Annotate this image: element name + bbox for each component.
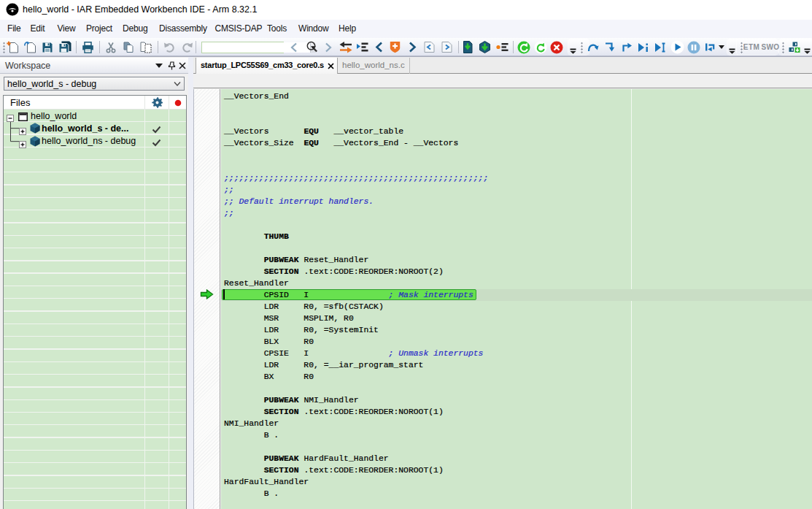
restart-debugger-button[interactable] bbox=[533, 39, 549, 55]
find-button[interactable] bbox=[303, 39, 320, 55]
toolbar-overflow-button[interactable] bbox=[801, 47, 812, 55]
next-statement-button[interactable] bbox=[635, 39, 651, 55]
download-and-debug-button[interactable] bbox=[460, 39, 476, 55]
step-into-button[interactable] bbox=[602, 39, 618, 55]
step-over-button[interactable] bbox=[585, 39, 601, 55]
navigate-backward-icon bbox=[375, 42, 383, 53]
next-document-button[interactable] bbox=[438, 39, 455, 55]
menu-edit[interactable]: Edit bbox=[31, 23, 45, 34]
menu-project[interactable]: Project bbox=[86, 23, 112, 34]
workspace-window-menu-button[interactable] bbox=[153, 60, 165, 72]
new-document-button[interactable] bbox=[4, 39, 20, 55]
tree-node-label[interactable]: hello_world bbox=[31, 111, 77, 121]
go-to-function-button[interactable] bbox=[354, 39, 370, 55]
navigate-backward-button[interactable] bbox=[371, 39, 387, 55]
open-document-button[interactable] bbox=[22, 39, 38, 55]
workspace-panel-header[interactable]: Workspace bbox=[0, 58, 188, 74]
tab-label[interactable]: hello_world_ns.c bbox=[342, 61, 405, 69]
toolbar-grip[interactable] bbox=[782, 42, 784, 53]
code-text-segment: .text:CODE:REORDER:NOROOT(1) bbox=[299, 466, 444, 475]
code-line: LDR R0, =SystemInit bbox=[224, 324, 488, 336]
menu-view[interactable]: View bbox=[58, 23, 76, 34]
code-line: ;; Default interrupt handlers. bbox=[224, 196, 488, 207]
editor-tab[interactable]: hello_world_ns.c bbox=[338, 58, 410, 74]
restart-debugger-icon bbox=[534, 41, 547, 54]
reset-button[interactable] bbox=[516, 39, 532, 55]
code-keyword: PUBWEAK bbox=[264, 396, 299, 405]
find-icon bbox=[306, 41, 318, 53]
run-to-cursor-button[interactable] bbox=[652, 39, 668, 55]
menu-bar: FileEditViewProjectDebugDisassemblyCMSIS… bbox=[0, 20, 812, 38]
download-to-flash-button[interactable] bbox=[476, 39, 492, 55]
files-tree-grid bbox=[4, 110, 186, 509]
code-line bbox=[224, 114, 488, 126]
menu-debug[interactable]: Debug bbox=[123, 23, 147, 34]
workspace-close-button[interactable] bbox=[177, 60, 188, 72]
code-line: SECTION .text:CODE:REORDER:NOROOT(2) bbox=[224, 266, 488, 278]
break-button[interactable] bbox=[686, 39, 702, 55]
save-icon bbox=[42, 42, 53, 53]
find-previous-button[interactable] bbox=[286, 39, 302, 55]
code-comment: ; Mask interrupts bbox=[389, 291, 473, 299]
navigate-forward-icon bbox=[409, 42, 417, 53]
previous-document-button[interactable] bbox=[421, 39, 437, 55]
tab-label[interactable]: startup_LPC55S69_cm33_core0.s bbox=[201, 61, 324, 69]
menu-file[interactable]: File bbox=[7, 23, 21, 34]
multicore-download-button[interactable] bbox=[786, 39, 803, 55]
trustzone-shield-icon bbox=[390, 41, 401, 53]
undo-button[interactable] bbox=[161, 39, 177, 55]
tree-node-label[interactable]: hello_world_s - de... bbox=[42, 123, 128, 134]
column-divider bbox=[144, 96, 145, 509]
toolbar-overflow-button[interactable] bbox=[726, 47, 738, 55]
iar-logo-icon bbox=[6, 3, 19, 16]
tree-node-label[interactable]: hello_world_ns - debug bbox=[42, 136, 136, 146]
menu-cmsis-dap[interactable]: CMSIS-DAP bbox=[215, 23, 263, 34]
go-button[interactable] bbox=[669, 39, 685, 55]
expander-plus-icon[interactable] bbox=[19, 138, 26, 151]
paste-button[interactable] bbox=[138, 39, 154, 55]
code-comment: ;;;;;;;;;;;;;;;;;;;;;;;;;;;;;;;;;;;;;;;;… bbox=[224, 174, 488, 183]
panel-splitter[interactable] bbox=[188, 56, 193, 509]
etm-trace-button[interactable]: ETM bbox=[742, 40, 761, 54]
menu-window[interactable]: Window bbox=[298, 23, 328, 34]
redo-button[interactable] bbox=[179, 39, 195, 55]
code-keyword: EQU bbox=[303, 127, 319, 136]
workspace-pin-button[interactable] bbox=[166, 60, 177, 72]
code-line: B . bbox=[224, 488, 488, 500]
stop-build-button[interactable] bbox=[549, 39, 565, 55]
save-button[interactable] bbox=[39, 39, 55, 55]
tree-row[interactable]: hello_world bbox=[4, 110, 186, 122]
files-column-header: Files bbox=[10, 97, 30, 108]
save-all-button[interactable] bbox=[57, 39, 73, 55]
breakpoints-column-header[interactable] bbox=[169, 96, 186, 110]
step-out-icon bbox=[622, 42, 633, 53]
copy-icon bbox=[123, 42, 134, 53]
editor-tab[interactable]: startup_LPC55S69_cm33_core0.s bbox=[196, 58, 338, 74]
swo-trace-button[interactable]: SWO bbox=[761, 40, 780, 54]
workspace-config-selector[interactable]: hello_world_s - debug bbox=[4, 77, 185, 91]
code-line: Reset_Handler bbox=[224, 278, 488, 289]
code-editor[interactable]: __Vectors_End__Vectors EQU __vector_tabl… bbox=[221, 89, 812, 509]
go-to-function-icon bbox=[356, 42, 368, 53]
menu-tools[interactable]: Tools bbox=[267, 23, 287, 34]
code-keyword: PUBWEAK bbox=[264, 454, 299, 463]
toolbar-overflow-button[interactable] bbox=[567, 47, 579, 55]
breakpoints-list-button[interactable] bbox=[494, 39, 510, 55]
cut-button[interactable] bbox=[103, 39, 119, 55]
navigate-forward-button[interactable] bbox=[404, 39, 420, 55]
tree-row[interactable]: hello_world_s - de... bbox=[4, 122, 186, 134]
save-all-icon bbox=[58, 41, 71, 53]
menu-disassembly[interactable]: Disassembly bbox=[159, 23, 207, 34]
menu-help[interactable]: Help bbox=[339, 23, 356, 34]
toolbar-grip[interactable] bbox=[581, 42, 583, 53]
options-column-header[interactable] bbox=[144, 96, 169, 110]
tab-close-button[interactable] bbox=[326, 61, 335, 70]
tree-row[interactable]: hello_world_ns - debug bbox=[4, 135, 186, 148]
redo-icon bbox=[181, 42, 193, 53]
copy-button[interactable] bbox=[120, 39, 136, 55]
print-button[interactable] bbox=[80, 39, 96, 55]
trustzone-shield-button[interactable] bbox=[387, 39, 403, 55]
find-next-button[interactable] bbox=[320, 39, 336, 55]
step-out-button[interactable] bbox=[619, 39, 635, 55]
toggle-source-disassembly-button[interactable] bbox=[338, 39, 354, 55]
